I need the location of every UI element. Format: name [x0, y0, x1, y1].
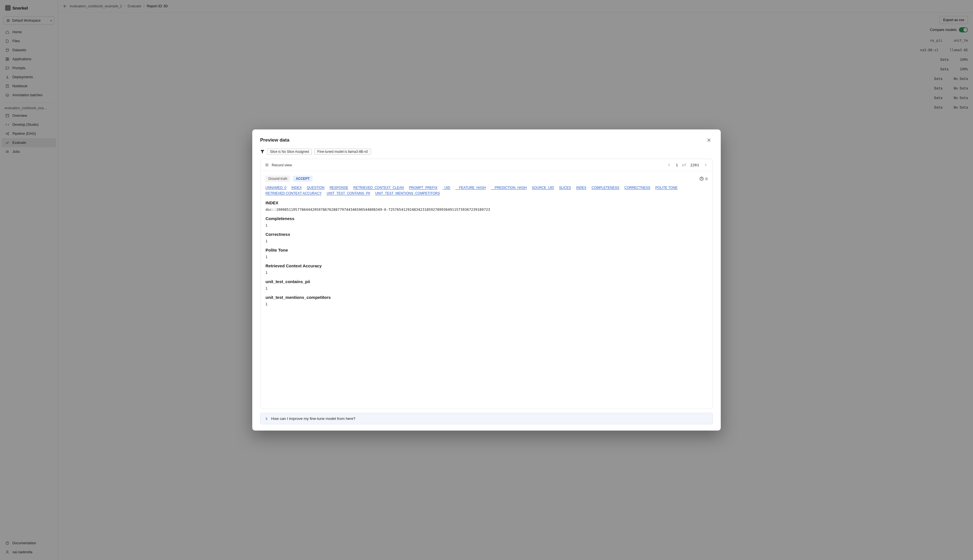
field-link[interactable]: PROMPT_PREFIX: [409, 186, 437, 190]
filter-chip-slice[interactable]: Slice is No Slice Assigned: [267, 148, 312, 155]
section-value: 1: [265, 223, 708, 227]
record-card: Record view 1 of 2201 Ground truth ACCEP…: [260, 159, 713, 409]
time-chip: 0: [699, 177, 708, 181]
record-section: unit_test_contains_pii1: [265, 279, 708, 290]
modal-header: Preview data: [260, 136, 713, 144]
modal-title: Preview data: [260, 137, 289, 143]
pager: 1 of 2201: [667, 162, 708, 167]
record-section: Correctness1: [265, 232, 708, 243]
help-banner[interactable]: How can I improve my fine-tune model fro…: [260, 413, 713, 424]
section-title: Retrieved Context Accuracy: [265, 263, 708, 268]
section-title: unit_test_mentions_competitors: [265, 295, 708, 300]
pager-total: 2201: [690, 163, 699, 167]
field-link[interactable]: POLITE TONE: [656, 186, 678, 190]
field-link[interactable]: RETRIEVED CONTEXT ACCURACY: [265, 192, 322, 195]
record-view[interactable]: Record view: [265, 163, 292, 167]
pager-prev[interactable]: [667, 162, 672, 167]
field-link[interactable]: QUESTION: [307, 186, 325, 190]
clock-icon: [699, 177, 704, 181]
filter-icon: [260, 150, 265, 154]
record-section: Completeness1: [265, 216, 708, 227]
filter-row: Slice is No Slice Assigned Fine-tuned mo…: [260, 148, 713, 155]
sections: INDEXdoc::100085119577864442050786762887…: [265, 200, 708, 306]
record-header: Record view 1 of 2201: [260, 159, 713, 171]
section-value: 1: [265, 286, 708, 290]
record-section: INDEXdoc::100085119577864442050786762887…: [265, 200, 708, 212]
field-link[interactable]: INDEX: [576, 186, 586, 190]
preview-data-modal: Preview data Slice is No Slice Assigned …: [252, 130, 721, 430]
section-title: unit_test_contains_pii: [265, 279, 708, 284]
accept-pill: ACCEPT: [293, 176, 312, 182]
section-value: 1: [265, 270, 708, 275]
field-link[interactable]: _UID: [442, 186, 450, 190]
section-value: 1: [265, 302, 708, 306]
field-link[interactable]: COMPLETENESS: [591, 186, 619, 190]
field-link[interactable]: __PREDICTION_HASH: [491, 186, 527, 190]
pager-current: 1: [676, 163, 678, 167]
chevron-right-icon: [264, 417, 268, 421]
ground-truth-label: Ground truth: [265, 176, 290, 182]
close-button[interactable]: [705, 136, 713, 144]
field-links: UNNAMED: 0INDEXQUESTIONRESPONSERETRIEVED…: [265, 186, 708, 195]
pager-next[interactable]: [703, 162, 708, 167]
ground-truth-row: Ground truth ACCEPT 0: [265, 176, 708, 182]
section-value: doc::10008511957786444205078676288779744…: [265, 207, 708, 212]
section-value: 1: [265, 239, 708, 243]
help-text: How can I improve my fine-tune model fro…: [271, 417, 355, 421]
section-value: 1: [265, 255, 708, 259]
field-link[interactable]: __FEATURE_HASH: [455, 186, 486, 190]
field-link[interactable]: SLICES: [559, 186, 571, 190]
section-title: Completeness: [265, 216, 708, 221]
section-title: Correctness: [265, 232, 708, 237]
field-link[interactable]: INDEX: [291, 186, 302, 190]
field-link[interactable]: UNIT_TEST_MENTIONS_COMPETITORS: [375, 192, 440, 195]
field-link[interactable]: RESPONSE: [329, 186, 348, 190]
record-view-icon: [265, 163, 269, 167]
record-body: Ground truth ACCEPT 0 UNNAMED: 0INDEXQUE…: [260, 171, 713, 408]
field-link[interactable]: CORRECTNESS: [624, 186, 650, 190]
section-title: INDEX: [265, 200, 708, 205]
record-section: Polite Tone1: [265, 248, 708, 259]
section-title: Polite Tone: [265, 248, 708, 252]
field-link[interactable]: UNNAMED: 0: [265, 186, 286, 190]
field-link[interactable]: SOURCE_UID: [532, 186, 554, 190]
modal-overlay[interactable]: Preview data Slice is No Slice Assigned …: [0, 0, 973, 560]
field-link[interactable]: RETRIEVED_CONTEXT_CLEAN: [353, 186, 404, 190]
record-section: unit_test_mentions_competitors1: [265, 295, 708, 306]
close-icon: [707, 138, 711, 142]
pager-of: of: [682, 163, 686, 167]
filter-chip-model[interactable]: Fine-tuned model is llama3-8B-v0: [314, 148, 371, 155]
record-section: Retrieved Context Accuracy1: [265, 263, 708, 275]
field-link[interactable]: UNIT_TEST_CONTAINS_PII: [327, 192, 370, 195]
record-view-label: Record view: [272, 163, 292, 167]
time-count: 0: [706, 177, 708, 181]
